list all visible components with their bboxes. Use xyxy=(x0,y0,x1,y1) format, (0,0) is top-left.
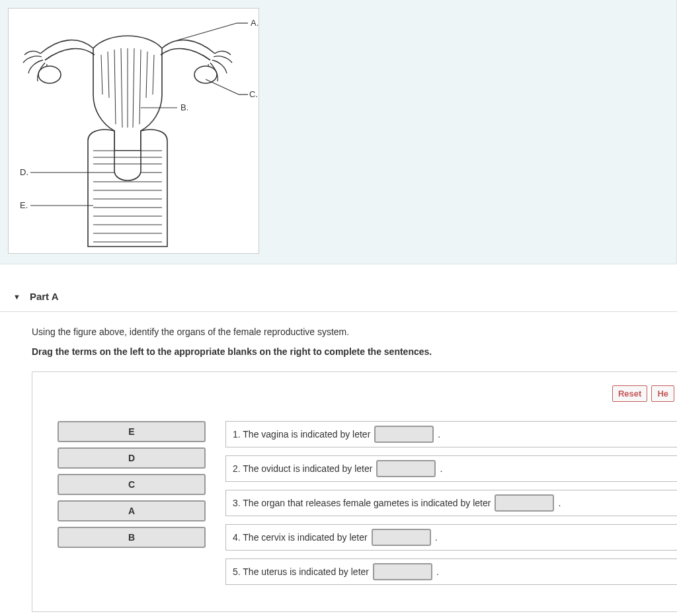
anatomy-figure: A. B. C. D. E. xyxy=(8,8,259,254)
figure-label-b: B. xyxy=(180,102,188,112)
figure-label-a: A. xyxy=(251,18,259,28)
instructions: Using the figure above, identify the org… xyxy=(0,312,677,357)
sentence-post: . xyxy=(435,532,438,543)
help-button[interactable]: He xyxy=(651,385,674,402)
sentence-text: 2. The oviduct is indicated by leter xyxy=(233,463,372,474)
chevron-down-icon: ▼ xyxy=(13,293,20,301)
sentence-text: 1. The vagina is indicated by leter xyxy=(233,429,370,440)
sentence-row: 2. The oviduct is indicated by leter . xyxy=(225,455,677,482)
sentence-row: 4. The cervix is indicated by leter . xyxy=(225,524,677,551)
svg-point-9 xyxy=(38,66,61,83)
figure-label-d: D. xyxy=(20,167,28,177)
sentence-list: 1. The vagina is indicated by leter . 2.… xyxy=(225,421,677,585)
drop-target[interactable] xyxy=(374,426,434,443)
sentence-post: . xyxy=(436,566,439,577)
sentence-post: . xyxy=(440,463,442,474)
sentence-text: 4. The cervix is indicated by leter xyxy=(233,532,368,543)
figure-panel: A. B. C. D. E. xyxy=(0,0,677,264)
sentence-row: 5. The uterus is indicated by leter . xyxy=(225,558,677,585)
section-header[interactable]: ▼ Part A xyxy=(0,284,677,312)
drop-target[interactable] xyxy=(376,460,436,477)
reproductive-system-diagram xyxy=(9,9,259,253)
sentence-row: 1. The vagina is indicated by leter . xyxy=(225,421,677,447)
svg-line-27 xyxy=(206,79,239,95)
figure-label-c: C. xyxy=(249,89,258,99)
section-title: Part A xyxy=(30,291,59,302)
reset-button[interactable]: Reset xyxy=(612,385,647,402)
draggable-term[interactable]: D xyxy=(58,447,206,469)
drag-drop-activity: Reset He E D C A B 1. The vagina is indi… xyxy=(32,371,677,612)
drop-target[interactable] xyxy=(372,529,431,546)
instruction-line-2: Drag the terms on the left to the approp… xyxy=(32,346,664,357)
sentence-text: 3. The organ that releases female gamete… xyxy=(233,498,491,508)
draggable-term[interactable]: A xyxy=(58,500,206,521)
draggable-term[interactable]: C xyxy=(58,474,206,495)
sentence-row: 3. The organ that releases female gamete… xyxy=(225,490,677,516)
figure-label-e: E. xyxy=(20,200,28,210)
draggable-term[interactable]: B xyxy=(58,527,206,548)
sentence-post: . xyxy=(558,498,561,508)
svg-line-24 xyxy=(177,23,237,40)
svg-point-10 xyxy=(194,66,217,83)
drop-target[interactable] xyxy=(373,563,432,580)
draggable-term[interactable]: E xyxy=(58,421,206,442)
sentence-post: . xyxy=(438,429,440,440)
sentence-text: 5. The uterus is indicated by leter xyxy=(233,566,369,577)
drop-target[interactable] xyxy=(495,494,554,512)
instruction-line-1: Using the figure above, identify the org… xyxy=(32,327,664,337)
term-bank: E D C A B xyxy=(58,421,206,548)
